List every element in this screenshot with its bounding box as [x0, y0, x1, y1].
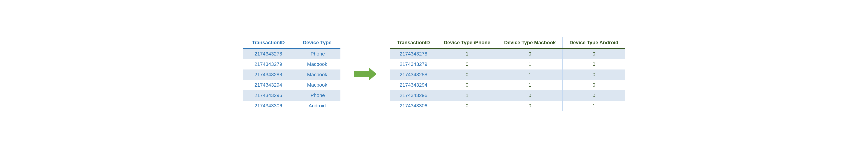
table-row: 2174343278iPhone [243, 48, 340, 59]
table-row: 2174343279010 [390, 59, 625, 70]
left-header-device-type: Device Type [294, 37, 341, 48]
macbook-value-cell: 0 [497, 48, 563, 59]
transaction-id-cell: 2174343278 [243, 48, 293, 59]
transaction-id-cell: 2174343294 [390, 80, 437, 90]
iphone-value-cell: 0 [437, 80, 497, 90]
device-type-cell: iPhone [294, 90, 341, 101]
table-row: 2174343279Macbook [243, 59, 340, 70]
iphone-value-cell: 1 [437, 90, 497, 101]
table-row: 2174343296100 [390, 90, 625, 101]
table-row: 2174343288Macbook [243, 70, 340, 80]
device-type-cell: Macbook [294, 59, 341, 70]
iphone-value-cell: 1 [437, 48, 497, 59]
transaction-id-cell: 2174343278 [390, 48, 437, 59]
device-type-cell: Macbook [294, 80, 341, 90]
android-value-cell: 0 [563, 70, 625, 80]
transaction-id-cell: 2174343296 [243, 90, 293, 101]
right-header-transaction-id: TransactionID [390, 37, 437, 48]
transaction-id-cell: 2174343296 [390, 90, 437, 101]
table-row: 2174343278100 [390, 48, 625, 59]
transaction-id-cell: 2174343294 [243, 80, 293, 90]
device-type-cell: iPhone [294, 48, 341, 59]
android-value-cell: 0 [563, 90, 625, 101]
table-row: 2174343288010 [390, 70, 625, 80]
arrow-right-icon [354, 67, 377, 81]
transaction-id-cell: 2174343288 [243, 70, 293, 80]
transaction-id-cell: 2174343306 [390, 101, 437, 111]
table-row: 2174343296iPhone [243, 90, 340, 101]
transaction-id-cell: 2174343279 [243, 59, 293, 70]
right-table-wrapper: TransactionID Device Type iPhone Device … [390, 37, 625, 111]
table-row: 2174343306Android [243, 101, 340, 111]
right-header-iphone: Device Type iPhone [437, 37, 497, 48]
android-value-cell: 0 [563, 59, 625, 70]
left-header-transaction-id: TransactionID [243, 37, 293, 48]
iphone-value-cell: 0 [437, 101, 497, 111]
macbook-value-cell: 1 [497, 80, 563, 90]
svg-marker-0 [354, 67, 377, 81]
left-table-wrapper: TransactionID Device Type 2174343278iPho… [243, 37, 340, 111]
main-container: TransactionID Device Type 2174343278iPho… [243, 37, 625, 111]
iphone-value-cell: 0 [437, 59, 497, 70]
transaction-id-cell: 2174343279 [390, 59, 437, 70]
right-table: TransactionID Device Type iPhone Device … [390, 37, 625, 111]
android-value-cell: 1 [563, 101, 625, 111]
macbook-value-cell: 1 [497, 70, 563, 80]
transaction-id-cell: 2174343306 [243, 101, 293, 111]
right-header-macbook: Device Type Macbook [497, 37, 563, 48]
iphone-value-cell: 0 [437, 70, 497, 80]
left-table: TransactionID Device Type 2174343278iPho… [243, 37, 340, 111]
android-value-cell: 0 [563, 48, 625, 59]
device-type-cell: Android [294, 101, 341, 111]
macbook-value-cell: 0 [497, 90, 563, 101]
android-value-cell: 0 [563, 80, 625, 90]
device-type-cell: Macbook [294, 70, 341, 80]
right-header-android: Device Type Android [563, 37, 625, 48]
macbook-value-cell: 0 [497, 101, 563, 111]
table-row: 2174343294010 [390, 80, 625, 90]
table-row: 2174343306001 [390, 101, 625, 111]
table-row: 2174343294Macbook [243, 80, 340, 90]
arrow-container [354, 67, 377, 81]
transaction-id-cell: 2174343288 [390, 70, 437, 80]
macbook-value-cell: 1 [497, 59, 563, 70]
